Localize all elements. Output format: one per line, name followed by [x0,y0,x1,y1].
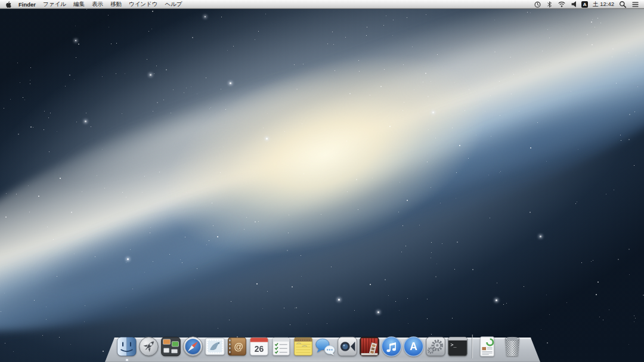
bright-star [377,311,379,313]
star [97,175,97,176]
star [506,303,507,304]
star [454,269,455,270]
bright-star [205,16,206,17]
star [185,237,185,237]
star [386,16,386,16]
star [4,293,5,293]
star [157,102,158,103]
wifi-icon[interactable] [558,1,566,8]
dock-messages-icon[interactable] [314,333,336,358]
bright-star [540,236,541,237]
star [440,203,441,203]
star [217,236,218,237]
star [24,100,25,100]
star [346,141,347,141]
star [468,158,469,159]
star [383,25,384,26]
star [46,319,47,320]
trash-icon[interactable] [499,333,526,358]
star [59,337,60,338]
menu-go[interactable]: 移動 [110,1,122,8]
star [130,249,131,250]
star [71,212,72,213]
menu-clock[interactable]: 土 12:42 [593,1,614,8]
dock-launchpad-icon[interactable] [138,333,160,358]
dock-system-preferences-icon[interactable] [425,333,447,358]
star [597,18,598,18]
star [85,305,85,306]
star [408,323,408,324]
apple-menu-icon[interactable] [5,1,13,8]
dock-calendar-icon[interactable]: 26 [248,333,270,358]
star [194,279,195,280]
notification-center-icon[interactable] [631,1,639,8]
star [423,82,423,82]
star [428,129,429,130]
bright-star [127,258,129,260]
dock-mission-control-icon[interactable] [160,333,182,358]
dock-notes-icon[interactable] [292,333,314,358]
star [225,109,226,110]
star [389,126,391,127]
star [636,55,636,55]
dock-mail-icon[interactable] [204,333,226,358]
star [530,13,531,13]
star [596,294,597,295]
star [412,47,413,47]
star [296,89,297,89]
menu-view[interactable]: 表示 [92,1,103,8]
star [629,274,630,275]
menu-help[interactable]: ヘルプ [165,1,182,8]
star [472,269,473,270]
dock-app-store-icon[interactable]: A [402,333,425,358]
dock-safari-icon[interactable] [182,333,204,358]
dock-itunes-icon[interactable] [380,333,402,358]
star [392,35,393,36]
star [75,26,76,26]
star [180,259,181,260]
star [497,283,497,283]
star [262,308,263,309]
star [78,44,79,45]
menu-window[interactable]: ウインドウ [129,1,158,8]
star [530,147,531,148]
star [419,225,420,225]
star [65,86,66,86]
star [42,335,43,336]
input-source-icon[interactable]: A [581,1,588,8]
bright-star [75,40,76,41]
dock-terminal-icon[interactable]: >_ [447,333,469,358]
star [612,57,612,57]
star [50,113,51,113]
dock-document-icon[interactable] [476,333,499,358]
bluetooth-icon[interactable] [546,1,553,8]
star [44,111,45,112]
star [30,80,30,81]
menu-app-name[interactable]: Finder [18,1,36,8]
volume-icon[interactable] [571,1,577,8]
star [23,97,23,98]
star [358,60,359,61]
star [70,344,71,345]
star [153,111,153,112]
dock-photo-booth-icon[interactable] [358,333,380,358]
dock-reminders-icon[interactable] [270,333,292,358]
star [169,254,170,255]
star [288,233,289,233]
star [213,225,213,226]
star [612,48,614,49]
menu-file[interactable]: ファイル [43,1,66,8]
star [634,315,634,316]
time-machine-icon[interactable] [534,1,541,8]
menu-edit[interactable]: 編集 [73,1,85,8]
star [150,233,150,233]
star [542,51,543,51]
bright-star [496,299,497,301]
dock-contacts-icon[interactable]: @ [226,333,248,358]
spotlight-icon[interactable] [619,1,627,8]
star [431,187,431,188]
dock-finder-icon[interactable] [116,333,138,358]
star [210,107,211,108]
dock-facetime-icon[interactable] [336,333,358,358]
star [490,218,490,218]
